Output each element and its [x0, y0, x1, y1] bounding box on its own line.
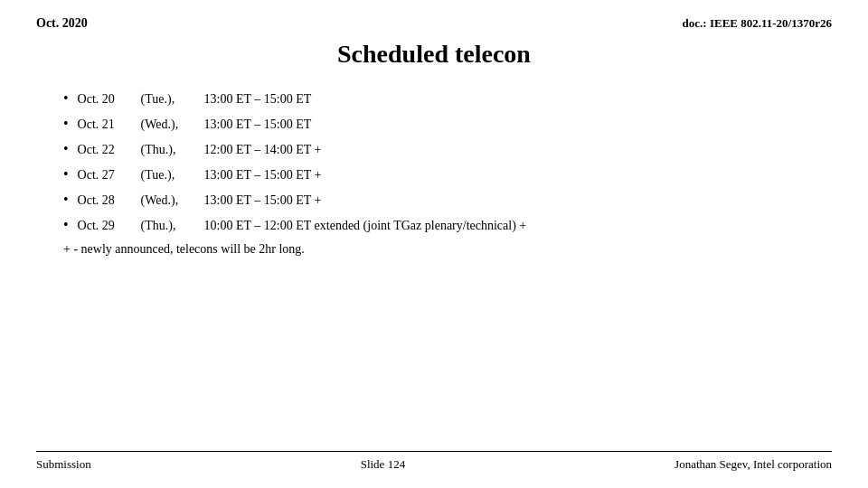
item-date-4: Oct. 28 — [78, 193, 141, 208]
footnote: + - newly announced, telecons will be 2h… — [63, 242, 832, 257]
item-date-2: Oct. 22 — [78, 143, 141, 157]
list-item: • Oct. 29 (Thu.), 10:00 ET – 12:00 ET ex… — [63, 217, 832, 233]
bullet-symbol: • — [63, 166, 69, 183]
bullet-symbol: • — [63, 217, 69, 233]
item-day-4: (Wed.), — [141, 193, 204, 208]
item-day-3: (Tue.), — [141, 168, 204, 183]
item-time-2: 12:00 ET – 14:00 ET + — [204, 143, 832, 157]
item-date-0: Oct. 20 — [78, 92, 141, 107]
footer: Submission Slide 124 Jonathan Segev, Int… — [36, 451, 832, 472]
footer-left: Submission — [36, 457, 91, 472]
list-item: • Oct. 28 (Wed.), 13:00 ET – 15:00 ET + — [63, 192, 832, 208]
item-day-2: (Thu.), — [141, 143, 204, 157]
bullet-symbol: • — [63, 192, 69, 208]
list-item: • Oct. 22 (Thu.), 12:00 ET – 14:00 ET + — [63, 141, 832, 157]
bullet-symbol: • — [63, 141, 69, 157]
footer-center: Slide 124 — [361, 457, 405, 472]
content-area: • Oct. 20 (Tue.), 13:00 ET – 15:00 ET • … — [36, 90, 832, 257]
list-item: • Oct. 27 (Tue.), 13:00 ET – 15:00 ET + — [63, 166, 832, 183]
item-day-1: (Wed.), — [141, 117, 204, 132]
item-time-0: 13:00 ET – 15:00 ET — [204, 92, 832, 107]
item-date-1: Oct. 21 — [78, 117, 141, 132]
item-day-5: (Thu.), — [141, 219, 204, 233]
list-item: • Oct. 21 (Wed.), 13:00 ET – 15:00 ET — [63, 116, 832, 132]
item-time-5: 10:00 ET – 12:00 ET extended (joint TGaz… — [204, 219, 832, 233]
item-time-4: 13:00 ET – 15:00 ET + — [204, 193, 832, 208]
list-item: • Oct. 20 (Tue.), 13:00 ET – 15:00 ET — [63, 90, 832, 107]
item-day-0: (Tue.), — [141, 92, 204, 107]
slide-title: Scheduled telecon — [36, 40, 832, 69]
header: Oct. 2020 doc.: IEEE 802.11-20/1370r26 — [36, 16, 832, 31]
header-right: doc.: IEEE 802.11-20/1370r26 — [683, 16, 832, 31]
bullets-list: • Oct. 20 (Tue.), 13:00 ET – 15:00 ET • … — [63, 90, 832, 233]
slide: Oct. 2020 doc.: IEEE 802.11-20/1370r26 S… — [0, 0, 868, 488]
bullet-symbol: • — [63, 90, 69, 107]
item-date-5: Oct. 29 — [78, 219, 141, 233]
header-left: Oct. 2020 — [36, 16, 88, 31]
item-date-3: Oct. 27 — [78, 168, 141, 183]
footer-right: Jonathan Segev, Intel corporation — [675, 457, 832, 472]
item-time-1: 13:00 ET – 15:00 ET — [204, 117, 832, 132]
bullet-symbol: • — [63, 116, 69, 132]
item-time-3: 13:00 ET – 15:00 ET + — [204, 168, 832, 183]
